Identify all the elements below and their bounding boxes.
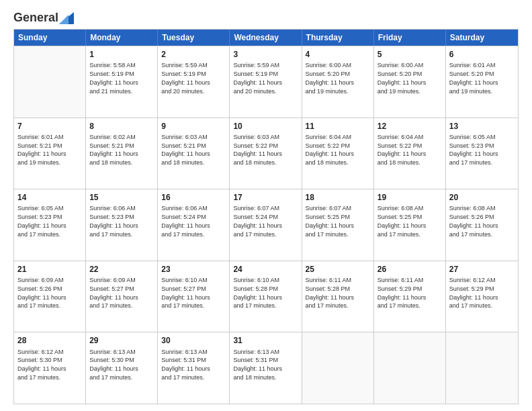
day-number: 1 (89, 49, 154, 60)
cell-sun-info: Sunrise: 6:04 AM Sunset: 5:22 PM Dayligh… (378, 134, 427, 166)
day-number: 8 (89, 121, 154, 132)
day-number: 12 (378, 121, 442, 132)
calendar-cell: 8Sunrise: 6:02 AM Sunset: 5:21 PM Daylig… (86, 118, 158, 189)
weekday-header: Friday (374, 30, 446, 46)
cell-sun-info: Sunrise: 6:13 AM Sunset: 5:31 PM Dayligh… (233, 349, 282, 381)
logo: General (13, 11, 75, 22)
calendar-cell: 12Sunrise: 6:04 AM Sunset: 5:22 PM Dayli… (374, 118, 446, 189)
day-number: 5 (378, 49, 442, 60)
day-number: 16 (161, 192, 226, 203)
calendar-cell: 27Sunrise: 6:12 AM Sunset: 5:29 PM Dayli… (446, 261, 518, 332)
logo-icon (59, 12, 74, 24)
calendar-cell: 16Sunrise: 6:06 AM Sunset: 5:24 PM Dayli… (158, 189, 230, 261)
cell-sun-info: Sunrise: 6:05 AM Sunset: 5:23 PM Dayligh… (449, 134, 498, 166)
day-number: 18 (306, 192, 370, 203)
calendar-row: 7Sunrise: 6:01 AM Sunset: 5:21 PM Daylig… (14, 118, 518, 189)
day-number: 24 (233, 264, 298, 275)
calendar-cell: 28Sunrise: 6:12 AM Sunset: 5:30 PM Dayli… (14, 332, 86, 404)
cell-sun-info: Sunrise: 6:03 AM Sunset: 5:22 PM Dayligh… (233, 134, 282, 166)
cell-sun-info: Sunrise: 6:04 AM Sunset: 5:22 PM Dayligh… (306, 134, 355, 166)
cell-sun-info: Sunrise: 6:10 AM Sunset: 5:28 PM Dayligh… (233, 277, 282, 309)
day-number: 31 (233, 335, 298, 346)
day-number: 26 (378, 264, 442, 275)
calendar-cell: 7Sunrise: 6:01 AM Sunset: 5:21 PM Daylig… (14, 118, 86, 189)
calendar-cell: 20Sunrise: 6:08 AM Sunset: 5:26 PM Dayli… (446, 189, 518, 261)
header: General (13, 11, 519, 22)
cell-sun-info: Sunrise: 6:11 AM Sunset: 5:28 PM Dayligh… (306, 277, 355, 309)
cell-sun-info: Sunrise: 6:06 AM Sunset: 5:23 PM Dayligh… (89, 205, 138, 237)
cell-sun-info: Sunrise: 5:59 AM Sunset: 5:19 PM Dayligh… (161, 62, 210, 94)
calendar-row: 1Sunrise: 5:58 AM Sunset: 5:19 PM Daylig… (14, 46, 518, 118)
day-number: 20 (449, 192, 515, 203)
svg-marker-1 (59, 15, 69, 24)
day-number: 4 (306, 49, 370, 60)
calendar-cell: 9Sunrise: 6:03 AM Sunset: 5:21 PM Daylig… (158, 118, 230, 189)
calendar-cell: 17Sunrise: 6:07 AM Sunset: 5:24 PM Dayli… (230, 189, 302, 261)
cell-sun-info: Sunrise: 6:01 AM Sunset: 5:20 PM Dayligh… (449, 62, 498, 94)
cell-sun-info: Sunrise: 6:03 AM Sunset: 5:21 PM Dayligh… (161, 134, 210, 166)
calendar-cell (302, 332, 374, 404)
day-number: 28 (17, 335, 82, 346)
calendar-cell: 31Sunrise: 6:13 AM Sunset: 5:31 PM Dayli… (230, 332, 302, 404)
cell-sun-info: Sunrise: 6:12 AM Sunset: 5:30 PM Dayligh… (17, 349, 66, 381)
cell-sun-info: Sunrise: 5:59 AM Sunset: 5:19 PM Dayligh… (233, 62, 282, 94)
calendar-cell (14, 46, 86, 118)
cell-sun-info: Sunrise: 6:08 AM Sunset: 5:26 PM Dayligh… (449, 205, 498, 237)
calendar-cell: 30Sunrise: 6:13 AM Sunset: 5:31 PM Dayli… (158, 332, 230, 404)
calendar-cell: 10Sunrise: 6:03 AM Sunset: 5:22 PM Dayli… (230, 118, 302, 189)
calendar-cell: 5Sunrise: 6:00 AM Sunset: 5:20 PM Daylig… (374, 46, 446, 118)
cell-sun-info: Sunrise: 6:10 AM Sunset: 5:27 PM Dayligh… (161, 277, 210, 309)
calendar-cell: 21Sunrise: 6:09 AM Sunset: 5:26 PM Dayli… (14, 261, 86, 332)
day-number: 21 (17, 264, 82, 275)
calendar-row: 14Sunrise: 6:05 AM Sunset: 5:23 PM Dayli… (14, 189, 518, 261)
logo-general: General (13, 11, 58, 25)
day-number: 6 (449, 49, 515, 60)
calendar-cell: 11Sunrise: 6:04 AM Sunset: 5:22 PM Dayli… (302, 118, 374, 189)
day-number: 25 (306, 264, 370, 275)
weekday-header: Monday (86, 30, 158, 46)
weekday-header: Sunday (14, 30, 86, 46)
cell-sun-info: Sunrise: 6:09 AM Sunset: 5:26 PM Dayligh… (17, 277, 66, 309)
calendar-cell: 18Sunrise: 6:07 AM Sunset: 5:25 PM Dayli… (302, 189, 374, 261)
calendar-header: SundayMondayTuesdayWednesdayThursdayFrid… (14, 30, 518, 46)
cell-sun-info: Sunrise: 6:06 AM Sunset: 5:24 PM Dayligh… (161, 205, 210, 237)
calendar-cell: 29Sunrise: 6:13 AM Sunset: 5:30 PM Dayli… (86, 332, 158, 404)
cell-sun-info: Sunrise: 6:12 AM Sunset: 5:29 PM Dayligh… (449, 277, 498, 309)
day-number: 10 (233, 121, 298, 132)
day-number: 13 (449, 121, 515, 132)
calendar-cell: 26Sunrise: 6:11 AM Sunset: 5:29 PM Dayli… (374, 261, 446, 332)
cell-sun-info: Sunrise: 6:07 AM Sunset: 5:25 PM Dayligh… (306, 205, 355, 237)
cell-sun-info: Sunrise: 6:02 AM Sunset: 5:21 PM Dayligh… (89, 134, 138, 166)
page: General SundayMondayTuesdayWednesdayThur… (0, 0, 532, 411)
calendar-cell (374, 332, 446, 404)
cell-sun-info: Sunrise: 6:13 AM Sunset: 5:31 PM Dayligh… (161, 349, 210, 381)
weekday-header: Tuesday (158, 30, 230, 46)
day-number: 15 (89, 192, 154, 203)
calendar-cell: 19Sunrise: 6:08 AM Sunset: 5:25 PM Dayli… (374, 189, 446, 261)
day-number: 11 (306, 121, 370, 132)
day-number: 2 (161, 49, 226, 60)
calendar-cell: 14Sunrise: 6:05 AM Sunset: 5:23 PM Dayli… (14, 189, 86, 261)
cell-sun-info: Sunrise: 6:00 AM Sunset: 5:20 PM Dayligh… (378, 62, 427, 94)
calendar-cell: 13Sunrise: 6:05 AM Sunset: 5:23 PM Dayli… (446, 118, 518, 189)
day-number: 22 (89, 264, 154, 275)
cell-sun-info: Sunrise: 5:58 AM Sunset: 5:19 PM Dayligh… (89, 62, 138, 94)
calendar-cell: 6Sunrise: 6:01 AM Sunset: 5:20 PM Daylig… (446, 46, 518, 118)
cell-sun-info: Sunrise: 6:09 AM Sunset: 5:27 PM Dayligh… (89, 277, 138, 309)
cell-sun-info: Sunrise: 6:07 AM Sunset: 5:24 PM Dayligh… (233, 205, 282, 237)
calendar-cell (446, 332, 518, 404)
calendar-cell: 15Sunrise: 6:06 AM Sunset: 5:23 PM Dayli… (86, 189, 158, 261)
weekday-header: Saturday (446, 30, 518, 46)
calendar-cell: 24Sunrise: 6:10 AM Sunset: 5:28 PM Dayli… (230, 261, 302, 332)
calendar-cell: 2Sunrise: 5:59 AM Sunset: 5:19 PM Daylig… (158, 46, 230, 118)
day-number: 30 (161, 335, 226, 346)
day-number: 7 (17, 121, 82, 132)
cell-sun-info: Sunrise: 6:11 AM Sunset: 5:29 PM Dayligh… (378, 277, 427, 309)
day-number: 29 (89, 335, 154, 346)
calendar-cell: 4Sunrise: 6:00 AM Sunset: 5:20 PM Daylig… (302, 46, 374, 118)
weekday-header: Thursday (302, 30, 374, 46)
day-number: 9 (161, 121, 226, 132)
day-number: 27 (449, 264, 515, 275)
cell-sun-info: Sunrise: 6:01 AM Sunset: 5:21 PM Dayligh… (17, 134, 66, 166)
calendar-cell: 25Sunrise: 6:11 AM Sunset: 5:28 PM Dayli… (302, 261, 374, 332)
